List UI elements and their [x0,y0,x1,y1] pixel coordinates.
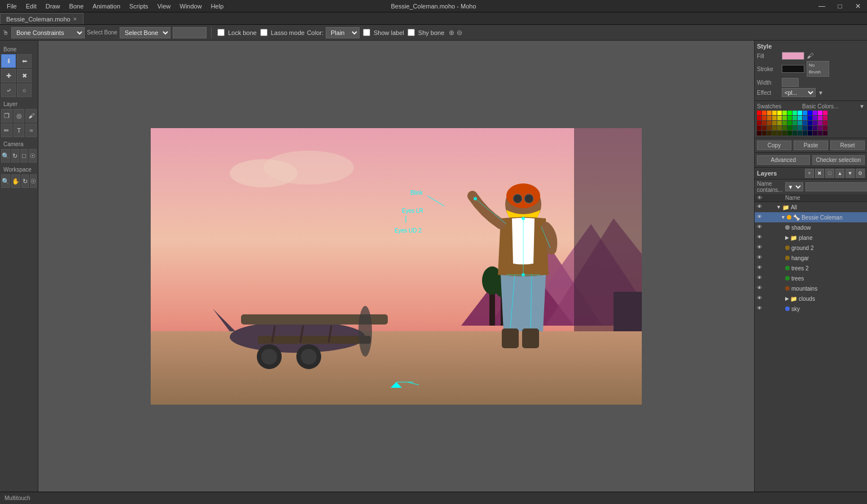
layer-settings-btn[interactable]: ⚙ [856,169,865,178]
palette-color-cell[interactable] [798,121,802,125]
reparent-tool[interactable]: ⤶ [1,84,16,97]
palette-color-cell[interactable] [808,121,812,125]
palette-color-cell[interactable] [762,126,767,130]
layer-clouds-expand[interactable]: ▶ [785,296,789,301]
palette-color-cell[interactable] [803,121,807,125]
palette-color-cell[interactable] [813,131,817,135]
palette-color-cell[interactable] [823,131,827,135]
menu-animation[interactable]: Animation [88,0,125,12]
palette-color-cell[interactable] [782,131,787,135]
camera-orbit-tool[interactable]: ☉ [29,149,37,163]
palette-color-cell[interactable] [803,116,807,120]
palette-color-cell[interactable] [818,121,822,125]
palette-color-cell[interactable] [823,111,827,115]
palette-color-cell[interactable] [777,121,782,125]
layer-delete-btn[interactable]: ✖ [815,169,824,178]
file-tab[interactable]: Bessie_Coleman.moho ✕ [0,13,84,24]
palette-color-cell[interactable] [767,126,772,130]
layer-origin-tool[interactable]: ◎ [14,109,25,122]
select-bone-tool[interactable]: ⬇ [1,54,16,68]
layer-trees2-eye[interactable]: 👁 [757,265,764,271]
palette-color-cell[interactable] [792,111,797,115]
layer-duplicate-btn[interactable]: □ [825,169,834,178]
palette-color-cell[interactable] [772,131,777,135]
palette-color-cell[interactable] [823,116,827,120]
no-brush-button[interactable]: No Brush [807,61,829,77]
palette-color-cell[interactable] [813,121,817,125]
palette-color-cell[interactable] [813,111,817,115]
palette-color-cell[interactable] [803,111,807,115]
palette-color-cell[interactable] [787,131,792,135]
layer-bc-expand[interactable]: ▼ [781,214,786,220]
win-maximize[interactable]: □ [831,0,849,12]
palette-color-cell[interactable] [757,116,761,120]
layer-hangar-eye[interactable]: 👁 [757,255,764,261]
layer-noise-tool[interactable]: ≈ [25,124,37,137]
bone-select-dropdown[interactable]: Select Bone [120,27,170,38]
layer-sky-eye[interactable]: 👁 [757,305,764,312]
layer-new-btn[interactable]: + [805,169,814,178]
workspace-pan-tool[interactable]: ✋ [11,174,20,188]
layer-bessie-coleman[interactable]: 👁 ▼ 🦴 Bessie Coleman [755,212,867,222]
palette-color-cell[interactable] [767,111,772,115]
add-bone-tool[interactable]: ✚ [1,69,16,82]
palette-color-cell[interactable] [818,126,822,130]
paste-button[interactable]: Paste [794,141,828,150]
menu-view[interactable]: View [153,0,176,12]
palette-color-cell[interactable] [762,131,767,135]
layer-trees-eye[interactable]: 👁 [757,275,764,282]
palette-color-cell[interactable] [767,131,772,135]
palette-color-cell[interactable] [777,131,782,135]
palette-color-cell[interactable] [792,116,797,120]
checker-selection-button[interactable]: Checker selection [812,155,865,165]
menu-help[interactable]: Help [206,0,228,12]
camera-pan-tool[interactable]: 🔍 [1,149,10,163]
palette-color-cell[interactable] [808,111,812,115]
palette-color-cell[interactable] [777,111,782,115]
delete-bone-tool[interactable]: ✖ [17,69,32,82]
menu-bone[interactable]: Bone [64,0,88,12]
palette-color-cell[interactable] [813,126,817,130]
layer-all-expand[interactable]: ▼ [776,204,781,210]
name-filter-select[interactable]: ▼ [785,182,803,191]
palette-color-cell[interactable] [782,111,787,115]
workspace-zoom-tool[interactable]: 🔍 [1,174,10,188]
shy-bone-checkbox[interactable] [408,29,415,36]
layer-bc-eye[interactable]: 👁 [757,214,764,221]
palette-color-cell[interactable] [808,116,812,120]
palette-color-cell[interactable] [798,126,802,130]
layer-transform-tool[interactable]: ❐ [1,109,12,122]
palette-color-cell[interactable] [792,131,797,135]
palette-color-cell[interactable] [823,126,827,130]
layer-text-tool[interactable]: T [14,124,25,137]
palette-color-cell[interactable] [792,126,797,130]
mode-select[interactable]: Bone Constraints [11,27,85,38]
palette-color-cell[interactable] [757,111,761,115]
lasso-checkbox[interactable] [260,29,268,36]
name-filter-input[interactable] [805,182,867,191]
palette-color-cell[interactable] [787,126,792,130]
palette-color-cell[interactable] [782,121,787,125]
layer-all-eye[interactable]: 👁 [757,204,764,211]
stroke-color-swatch[interactable] [782,65,804,73]
palette-color-cell[interactable] [803,131,807,135]
palette-color-cell[interactable] [818,131,822,135]
lock-bone-checkbox[interactable] [217,29,225,36]
palette-color-cell[interactable] [787,111,792,115]
bone-name-input[interactable]: B19 [173,27,207,38]
palette-color-cell[interactable] [772,116,777,120]
palette-color-cell[interactable] [757,121,761,125]
advanced-button[interactable]: Advanced [757,155,810,165]
layer-clouds-eye[interactable]: 👁 [757,295,764,302]
layer-clouds[interactable]: 👁 ▶ 📁 clouds [755,293,867,304]
palette-color-cell[interactable] [782,126,787,130]
transform-bone-tool[interactable]: ⬅ [17,54,32,68]
palette-color-cell[interactable] [803,126,807,130]
layer-ground2[interactable]: 👁 ground 2 [755,243,867,253]
layer-move-down-btn[interactable]: ▼ [846,169,855,178]
layer-ground2-eye[interactable]: 👁 [757,244,764,251]
layer-shadow-eye[interactable]: 👁 [757,224,764,231]
color-mode-select[interactable]: Plain [326,27,360,38]
menu-file[interactable]: File [2,0,21,12]
palette-color-cell[interactable] [813,116,817,120]
